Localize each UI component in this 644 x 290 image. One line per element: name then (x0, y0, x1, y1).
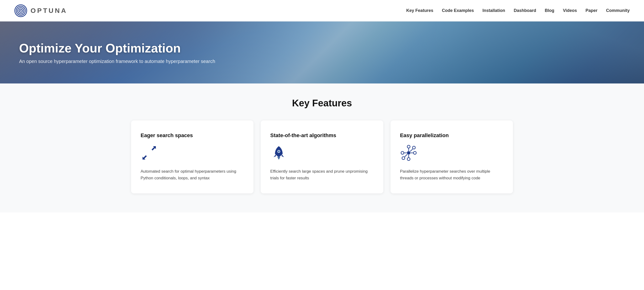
svg-point-8 (278, 150, 280, 152)
svg-point-12 (401, 151, 404, 154)
svg-point-14 (412, 146, 415, 149)
svg-point-10 (407, 145, 410, 148)
svg-point-11 (407, 158, 410, 161)
nav-videos[interactable]: Videos (563, 8, 577, 13)
site-header: OPTUNA Key Features Code Examples Instal… (0, 0, 644, 21)
hero-section: Optimize Your Optimization An open sourc… (0, 21, 644, 83)
hero-subtitle: An open source hyperparameter optimizati… (19, 59, 215, 64)
logo-text: OPTUNA (30, 7, 67, 14)
card-desc-algorithms: Efficiently search large spaces and prun… (270, 168, 374, 182)
nav-key-features[interactable]: Key Features (406, 8, 433, 13)
card-title-algorithms: State-of-the-art algorithms (270, 132, 336, 139)
card-desc-eager-search: Automated search for optimal hyperparame… (140, 168, 244, 182)
svg-line-20 (410, 149, 413, 151)
card-icon-area-rocket (270, 144, 374, 162)
svg-rect-9 (407, 151, 410, 154)
expand-icon (140, 144, 158, 162)
hero-content: Optimize Your Optimization An open sourc… (19, 41, 215, 64)
key-features-section: Key Features Eager search spaces (0, 83, 644, 213)
feature-card-eager-search: Eager search spaces Automated search for (131, 120, 254, 193)
card-desc-parallelization: Parallelize hyperparameter searches over… (400, 168, 504, 182)
nav-community[interactable]: Community (606, 8, 630, 13)
optuna-logo-icon (14, 4, 27, 17)
card-icon-area-network (400, 144, 504, 162)
section-title: Key Features (19, 98, 625, 108)
rocket-icon (270, 144, 288, 162)
nav-dashboard[interactable]: Dashboard (514, 8, 536, 13)
svg-point-15 (402, 157, 405, 160)
svg-marker-5 (142, 155, 147, 160)
nav-code-examples[interactable]: Code Examples (442, 8, 474, 13)
nav-paper[interactable]: Paper (586, 8, 598, 13)
hero-title: Optimize Your Optimization (19, 41, 215, 55)
feature-card-algorithms: State-of-the-art algorithms (261, 120, 383, 193)
card-icon-area-eager (140, 144, 244, 162)
svg-line-21 (404, 154, 407, 157)
logo-area: OPTUNA (14, 4, 67, 17)
network-icon (400, 144, 417, 162)
features-grid: Eager search spaces Automated search for (131, 120, 513, 193)
nav-installation[interactable]: Installation (482, 8, 505, 13)
main-nav: Key Features Code Examples Installation … (406, 8, 630, 13)
svg-point-13 (414, 151, 416, 154)
card-title-parallelization: Easy parallelization (400, 132, 449, 139)
svg-marker-6 (152, 146, 156, 150)
feature-card-parallelization: Easy parallelization (390, 120, 513, 193)
card-title-eager-search: Eager search spaces (140, 132, 193, 139)
nav-blog[interactable]: Blog (545, 8, 554, 13)
svg-point-4 (20, 10, 22, 11)
